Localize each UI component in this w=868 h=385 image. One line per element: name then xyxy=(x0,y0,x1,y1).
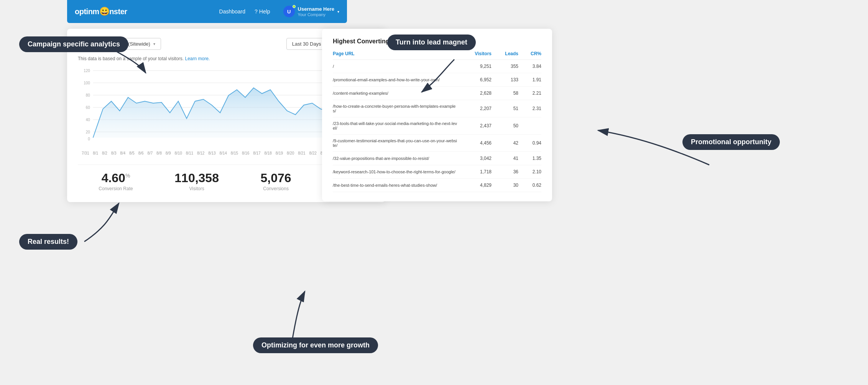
callout-campaign: Campaign specific analytics xyxy=(19,36,128,52)
table-cell-cr: 2.10 xyxy=(518,169,541,174)
table-cell-leads: 58 xyxy=(492,90,518,96)
table-row[interactable]: /promotional-email-examples-and-how-to-w… xyxy=(333,73,541,87)
table-cell-visitors: 6,952 xyxy=(457,77,492,82)
table-cell-cr: 2.31 xyxy=(518,106,541,111)
table-cell-visitors: 3,042 xyxy=(457,156,492,161)
user-menu-chevron[interactable]: ▾ xyxy=(337,10,339,14)
nav-help[interactable]: ? Help xyxy=(255,8,270,15)
nav-links: Dashboard ? Help U Username Here Your Co… xyxy=(219,6,339,17)
table-cell-cr: 1.91 xyxy=(518,77,541,82)
callout-growth: Optimizing for even more growth xyxy=(253,337,378,353)
svg-text:120: 120 xyxy=(84,69,90,73)
col-visitors: Visitors xyxy=(457,51,492,56)
svg-text:60: 60 xyxy=(86,105,90,110)
svg-text:20: 20 xyxy=(86,130,90,134)
table-row[interactable]: /how-to-create-a-concrete-buyer-persona-… xyxy=(333,100,541,117)
callout-real-results: Real results! xyxy=(19,234,77,250)
nav-dashboard[interactable]: Dashboard xyxy=(219,8,246,15)
table-cell-url: /32-value-propositions-that-are-impossib… xyxy=(333,156,457,161)
table-cell-url: /9-customer-testimonial-examples-that-yo… xyxy=(333,138,457,148)
stat-conversions: 5,076 Conversions xyxy=(261,171,291,191)
table-cell-leads: 355 xyxy=(492,64,518,69)
table-header: Page URL Visitors Leads CR% xyxy=(333,51,541,60)
table-cell-visitors: 4,829 xyxy=(457,183,492,188)
table-body: / 9,251 355 3.84 /promotional-email-exam… xyxy=(333,60,541,192)
table-cell-cr: 1.35 xyxy=(518,156,541,161)
stat-conversion-rate: 4.60% Conversion Rate xyxy=(99,171,133,191)
table-cell-visitors: 9,251 xyxy=(457,64,492,69)
table-cell-visitors: 1,718 xyxy=(457,169,492,174)
table-cell-visitors: 2,628 xyxy=(457,90,492,96)
table-row[interactable]: /keyword-research-101-how-to-choose-the-… xyxy=(333,165,541,179)
table-cell-leads: 30 xyxy=(492,183,518,188)
nav-user[interactable]: U Username Here Your Company ▾ xyxy=(283,6,339,17)
table-cell-url: /keyword-research-101-how-to-choose-the-… xyxy=(333,169,457,174)
table-cell-url: /promotional-email-examples-and-how-to-w… xyxy=(333,77,457,82)
stat-visitors: 110,358 Visitors xyxy=(174,171,219,191)
table-cell-url: / xyxy=(333,64,457,69)
avatar: U xyxy=(283,6,295,17)
user-info: Username Here Your Company xyxy=(298,6,334,17)
table-cell-cr: 3.84 xyxy=(518,64,541,69)
svg-text:100: 100 xyxy=(84,81,90,85)
svg-text:0: 0 xyxy=(88,137,90,141)
col-page-url: Page URL xyxy=(333,51,457,56)
table-cell-leads: 50 xyxy=(492,123,518,128)
avatar-status-dot xyxy=(293,5,296,8)
table-cell-cr: 0.62 xyxy=(518,183,541,188)
callout-promo: Promotional opportunity xyxy=(682,134,780,150)
table-row[interactable]: /23-tools-that-will-take-your-social-med… xyxy=(333,117,541,135)
callout-lead-magnet: Turn into lead magnet xyxy=(387,35,476,50)
navbar: optinm😀nster Dashboard ? Help U Username… xyxy=(67,0,347,23)
svg-text:40: 40 xyxy=(86,118,90,122)
table-cell-url: /how-to-create-a-concrete-buyer-persona-… xyxy=(333,104,457,113)
help-icon: ? xyxy=(255,8,258,15)
table-cell-leads: 41 xyxy=(492,156,518,161)
table-row[interactable]: /9-customer-testimonial-examples-that-yo… xyxy=(333,135,541,152)
table-cell-url: /23-tools-that-will-take-your-social-med… xyxy=(333,121,457,130)
table-row[interactable]: /content-marketing-examples/ 2,628 58 2.… xyxy=(333,87,541,100)
table-cell-url: /the-best-time-to-send-emails-heres-what… xyxy=(333,183,457,188)
table-cell-leads: 51 xyxy=(492,106,518,111)
col-cr: CR% xyxy=(518,51,541,56)
svg-text:80: 80 xyxy=(86,93,90,97)
table-cell-leads: 36 xyxy=(492,169,518,174)
dropdown-chevron-icon: ▾ xyxy=(153,42,155,46)
table-cell-cr: 0.94 xyxy=(518,140,541,146)
table-cell-visitors: 4,456 xyxy=(457,140,492,146)
learn-more-link[interactable]: Learn more. xyxy=(185,56,210,61)
table-row[interactable]: /the-best-time-to-send-emails-heres-what… xyxy=(333,179,541,192)
table-row[interactable]: /32-value-propositions-that-are-impossib… xyxy=(333,152,541,165)
table-cell-url: /content-marketing-examples/ xyxy=(333,91,457,95)
table-cell-visitors: 2,207 xyxy=(457,106,492,111)
logo: optinm😀nster xyxy=(75,7,127,16)
table-cell-leads: 42 xyxy=(492,140,518,146)
table-card: Highest Converting Pages Page URL Visito… xyxy=(322,29,552,201)
table-cell-visitors: 2,437 xyxy=(457,123,492,128)
table-cell-cr: 2.21 xyxy=(518,90,541,96)
col-leads: Leads xyxy=(492,51,518,56)
table-row[interactable]: / 9,251 355 3.84 xyxy=(333,60,541,73)
table-cell-leads: 133 xyxy=(492,77,518,82)
